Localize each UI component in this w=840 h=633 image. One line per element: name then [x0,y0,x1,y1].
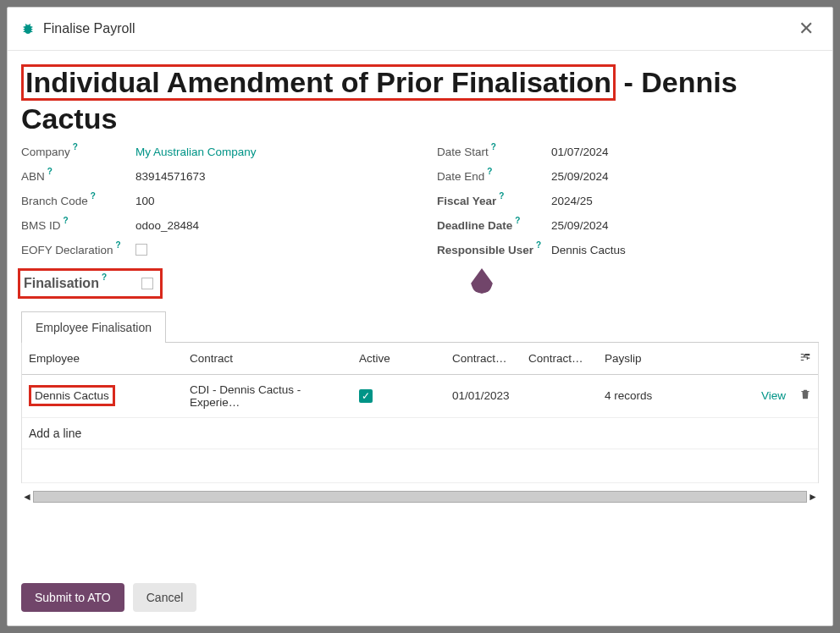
help-icon[interactable]: ? [91,191,96,201]
label-date-start: Date Start? [437,146,551,158]
th-contract[interactable]: Contract [183,343,352,375]
value-abn: 83914571673 [135,170,206,183]
value-responsible: Dennis Cactus [551,244,626,256]
table-container: Employee Contract Active Contract… Contr… [21,343,819,483]
help-icon[interactable]: ? [515,216,520,225]
checkbox-active[interactable]: ✓ [359,389,373,403]
label-abn: ABN? [21,170,135,183]
label-responsible: Responsible User? [437,244,551,256]
page-title: Individual Amendment of Prior Finalisati… [21,64,819,137]
field-branch-code: Branch Code? 100 [21,195,403,207]
label-bms-id: BMS ID? [21,219,135,232]
close-icon[interactable]: ✕ [793,18,819,40]
right-column: Date Start? 01/07/2024 Date End? 25/09/2… [437,146,819,299]
field-fiscal-year: Fiscal Year? 2024/25 [437,195,819,207]
scroll-left-icon[interactable]: ◄ [21,491,33,503]
help-icon[interactable]: ? [102,272,107,282]
modal-header: Finalise Payroll ✕ [8,8,832,51]
field-responsible: Responsible User? Dennis Cactus [437,244,819,256]
label-fiscal-year: Fiscal Year? [437,195,551,207]
value-bms-id: odoo_28484 [135,219,199,232]
field-date-end: Date End? 25/09/2024 [437,170,819,183]
table-header-row: Employee Contract Active Contract… Contr… [22,343,818,375]
left-column: Company? My Australian Company ABN? 8391… [21,146,403,299]
label-date-end: Date End? [437,170,551,183]
employee-table: Employee Contract Active Contract… Contr… [22,343,818,483]
add-line-link[interactable]: Add a line [22,417,818,449]
cancel-button[interactable]: Cancel [133,583,197,612]
help-icon[interactable]: ? [64,216,69,225]
drop-icon [471,268,493,294]
modal-dialog: Finalise Payroll ✕ Individual Amendment … [7,7,833,626]
tabs: Employee Finalisation [21,311,819,343]
field-bms-id: BMS ID? odoo_28484 [21,219,403,232]
value-branch-code: 100 [135,195,155,207]
th-contract-start[interactable]: Contract… [445,343,522,375]
avatar-drop [437,268,819,294]
page-title-main: Individual Amendment of Prior Finalisati… [21,64,616,101]
scroll-track[interactable] [33,491,807,503]
value-deadline: 25/09/2024 [551,219,609,232]
sliders-icon[interactable] [799,353,811,366]
submit-to-ato-button[interactable]: Submit to ATO [21,583,124,612]
table-row[interactable]: Dennis Cactus CDI - Dennis Cactus - Expe… [22,374,818,417]
help-icon[interactable]: ? [73,142,78,151]
modal-header-left: Finalise Payroll [21,21,135,36]
cell-payslip: 4 records [598,374,750,417]
field-deadline: Deadline Date? 25/09/2024 [437,219,819,232]
field-finalisation: Finalisation? [18,268,163,299]
field-eofy: EOFY Declaration? [21,244,403,256]
tab-employee-finalisation[interactable]: Employee Finalisation [21,311,166,343]
checkbox-eofy[interactable] [135,244,147,256]
value-fiscal-year: 2024/25 [551,195,593,207]
scroll-right-icon[interactable]: ► [807,491,819,503]
help-icon[interactable]: ? [491,142,496,151]
value-date-end: 25/09/2024 [551,170,609,183]
field-abn: ABN? 83914571673 [21,170,403,183]
cell-contract-start: 01/01/2023 [445,374,522,417]
help-icon[interactable]: ? [116,240,121,250]
trash-icon[interactable] [799,390,811,403]
label-company: Company? [21,146,135,158]
cell-employee[interactable]: Dennis Cactus [29,385,115,406]
field-date-start: Date Start? 01/07/2024 [437,146,819,158]
empty-row [22,449,818,482]
help-icon[interactable]: ? [499,191,504,201]
bug-icon [21,22,35,36]
th-contract-end[interactable]: Contract… [522,343,598,375]
horizontal-scrollbar[interactable]: ◄ ► [21,490,819,504]
modal-body: Individual Amendment of Prior Finalisati… [8,51,832,570]
value-date-start: 01/07/2024 [551,146,609,158]
label-deadline: Deadline Date? [437,219,551,232]
th-active[interactable]: Active [352,343,445,375]
add-line-row: Add a line [22,417,818,449]
help-icon[interactable]: ? [487,167,492,176]
cell-contract: CDI - Dennis Cactus - Experie… [183,374,352,417]
help-icon[interactable]: ? [536,240,541,250]
th-employee[interactable]: Employee [22,343,183,375]
view-link[interactable]: View [761,389,786,402]
modal-footer: Submit to ATO Cancel [8,570,832,625]
checkbox-finalisation[interactable] [141,278,153,289]
th-payslip[interactable]: Payslip [598,343,750,375]
label-branch-code: Branch Code? [21,195,135,207]
label-finalisation: Finalisation? [20,276,141,291]
value-company[interactable]: My Australian Company [135,146,257,158]
form-columns: Company? My Australian Company ABN? 8391… [21,146,819,299]
modal-title: Finalise Payroll [43,21,135,36]
label-eofy: EOFY Declaration? [21,244,135,256]
help-icon[interactable]: ? [47,167,52,176]
field-company: Company? My Australian Company [21,146,403,158]
cell-contract-end [522,374,598,417]
